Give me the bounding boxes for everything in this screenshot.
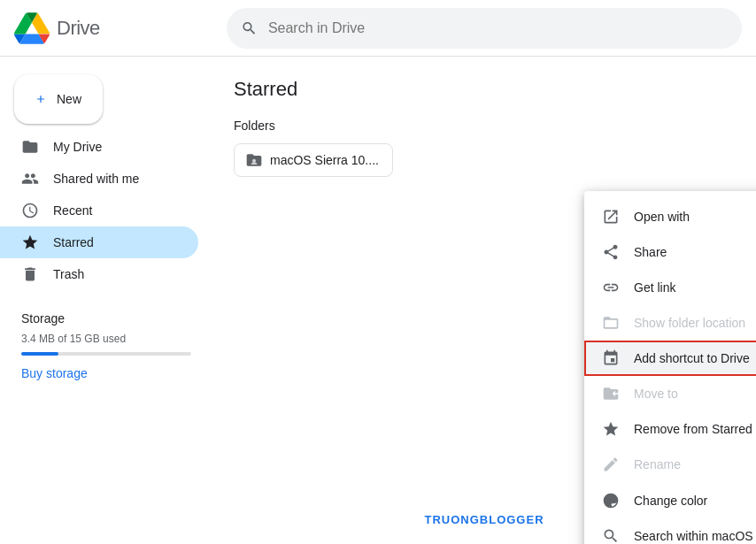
shared-icon xyxy=(21,170,39,188)
context-menu: Open with › Share Get link xyxy=(584,191,756,544)
storage-info: 3.4 MB of 15 GB used xyxy=(21,333,191,345)
folders-section-label: Folders xyxy=(234,119,735,133)
menu-item-rename: Rename xyxy=(584,447,756,482)
share-icon xyxy=(602,243,620,261)
get-link-label: Get link xyxy=(634,280,756,295)
sidebar-item-recent[interactable]: Recent xyxy=(0,195,198,226)
header: Drive xyxy=(0,0,756,57)
watermark: TRUONGBLOGGER xyxy=(424,513,544,526)
change-color-icon xyxy=(602,492,620,510)
svg-point-0 xyxy=(252,159,256,163)
menu-item-search-within[interactable]: Search within macOS Sierra 10.12.6 DMG b… xyxy=(584,518,756,544)
trash-icon xyxy=(21,265,39,283)
menu-item-change-color[interactable]: Change color › xyxy=(584,482,756,518)
remove-starred-icon xyxy=(602,420,620,438)
remove-starred-label: Remove from Starred xyxy=(634,422,756,436)
menu-item-open-with[interactable]: Open with › xyxy=(584,198,756,234)
starred-icon xyxy=(21,234,39,251)
get-link-icon xyxy=(602,279,620,296)
sidebar-recent-label: Recent xyxy=(53,203,92,218)
sidebar-trash-label: Trash xyxy=(53,267,84,281)
new-button[interactable]: New xyxy=(14,74,103,124)
logo: Drive xyxy=(14,11,227,46)
open-with-label: Open with xyxy=(634,210,756,224)
storage-label: Storage xyxy=(21,311,191,326)
folder-name: macOS Sierra 10.... xyxy=(270,153,379,167)
search-icon xyxy=(241,19,258,37)
sidebar-item-starred[interactable]: Starred xyxy=(0,226,198,258)
folder-icon xyxy=(21,138,39,156)
sidebar: New My Drive Shared with me Recent xyxy=(0,57,212,544)
sidebar-starred-label: Starred xyxy=(53,235,94,249)
folder-item[interactable]: macOS Sierra 10.... xyxy=(234,143,393,177)
add-shortcut-icon xyxy=(602,349,620,367)
sidebar-shared-label: Shared with me xyxy=(53,172,139,186)
new-button-label: New xyxy=(57,92,81,106)
menu-item-move-to: Move to xyxy=(584,376,756,411)
menu-item-remove-starred[interactable]: Remove from Starred xyxy=(584,411,756,447)
open-with-icon xyxy=(602,208,620,226)
sidebar-item-shared[interactable]: Shared with me xyxy=(0,163,198,195)
storage-bar-fill xyxy=(21,352,58,356)
layout: New My Drive Shared with me Recent xyxy=(0,57,756,544)
storage-bar xyxy=(21,352,191,356)
sidebar-item-trash[interactable]: Trash xyxy=(0,258,198,290)
menu-item-add-shortcut[interactable]: Add shortcut to Drive ? xyxy=(584,341,756,376)
rename-icon xyxy=(602,456,620,473)
storage-section: Storage 3.4 MB of 15 GB used Buy storage xyxy=(0,297,212,395)
menu-item-get-link[interactable]: Get link xyxy=(584,270,756,305)
folder-location-icon xyxy=(602,314,620,332)
page-title: Starred xyxy=(234,78,735,101)
sidebar-item-mydrive[interactable]: My Drive xyxy=(0,131,198,163)
sidebar-mydrive-label: My Drive xyxy=(53,140,102,154)
main-content: Starred Folders macOS Sierra 10.... Open… xyxy=(212,57,756,544)
menu-item-share[interactable]: Share xyxy=(584,234,756,270)
show-folder-location-label: Show folder location xyxy=(634,316,756,330)
search-input[interactable] xyxy=(268,20,728,36)
buy-storage-link[interactable]: Buy storage xyxy=(21,366,191,380)
search-within-label: Search within macOS Sierra 10.12.6 DMG b… xyxy=(634,529,756,543)
move-to-icon xyxy=(602,385,620,402)
change-color-label: Change color xyxy=(634,494,756,508)
logo-text: Drive xyxy=(57,17,100,40)
search-within-icon xyxy=(602,527,620,544)
folder-shared-icon xyxy=(245,151,263,169)
add-shortcut-label: Add shortcut to Drive xyxy=(634,351,756,365)
recent-icon xyxy=(21,202,39,219)
search-bar[interactable] xyxy=(227,8,742,49)
plus-icon xyxy=(35,88,46,110)
menu-item-show-folder-location: Show folder location xyxy=(584,305,756,341)
share-label: Share xyxy=(634,245,756,259)
move-to-label: Move to xyxy=(634,387,756,401)
drive-logo-icon xyxy=(14,11,50,46)
rename-label: Rename xyxy=(634,457,756,471)
